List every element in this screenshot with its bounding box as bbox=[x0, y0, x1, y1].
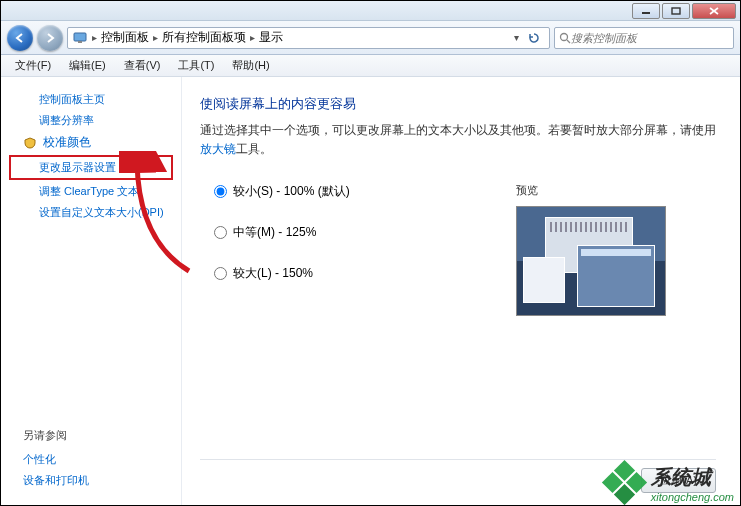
chevron-right-icon: ▸ bbox=[153, 32, 158, 43]
window-titlebar bbox=[1, 1, 740, 21]
sidebar-link-devices[interactable]: 设备和打印机 bbox=[23, 470, 159, 491]
sidebar: 控制面板主页 调整分辨率 校准颜色 更改显示器设置 调整 ClearType 文… bbox=[1, 77, 181, 505]
sidebar-link-resolution[interactable]: 调整分辨率 bbox=[1, 110, 181, 131]
size-options: 较小(S) - 100% (默认) 中等(M) - 125% 较大(L) - 1… bbox=[200, 183, 516, 306]
svg-rect-5 bbox=[78, 41, 82, 43]
breadcrumb[interactable]: 控制面板 bbox=[101, 29, 149, 46]
monitor-icon bbox=[72, 30, 88, 46]
watermark-brand: 系统城 bbox=[651, 464, 734, 491]
search-icon bbox=[559, 32, 571, 44]
chevron-right-icon: ▸ bbox=[92, 32, 97, 43]
svg-rect-1 bbox=[672, 8, 680, 14]
breadcrumb[interactable]: 所有控制面板项 bbox=[162, 29, 246, 46]
address-bar[interactable]: ▸ 控制面板 ▸ 所有控制面板项 ▸ 显示 ▾ bbox=[67, 27, 550, 49]
watermark: 系统城 xitongcheng.com bbox=[605, 463, 734, 503]
forward-button[interactable] bbox=[37, 25, 63, 51]
main-area: ? 控制面板主页 调整分辨率 校准颜色 更改显示器设置 调整 ClearType… bbox=[1, 77, 740, 505]
sidebar-link-change-display[interactable]: 更改显示器设置 bbox=[9, 155, 173, 180]
menu-help[interactable]: 帮助(H) bbox=[224, 56, 277, 75]
svg-rect-4 bbox=[74, 33, 86, 41]
svg-line-7 bbox=[567, 40, 570, 43]
breadcrumb[interactable]: 显示 bbox=[259, 29, 283, 46]
sidebar-link-home[interactable]: 控制面板主页 bbox=[1, 89, 181, 110]
page-heading: 使阅读屏幕上的内容更容易 bbox=[200, 95, 716, 113]
search-box[interactable] bbox=[554, 27, 734, 49]
navigation-bar: ▸ 控制面板 ▸ 所有控制面板项 ▸ 显示 ▾ bbox=[1, 21, 740, 55]
maximize-button[interactable] bbox=[662, 3, 690, 19]
page-description: 通过选择其中一个选项，可以更改屏幕上的文本大小以及其他项。若要暂时放大部分屏幕，… bbox=[200, 121, 716, 159]
radio-small[interactable] bbox=[214, 185, 227, 198]
shield-icon bbox=[23, 136, 37, 150]
close-button[interactable] bbox=[692, 3, 736, 19]
sidebar-footer: 另请参阅 个性化 设备和打印机 bbox=[1, 422, 181, 505]
magnifier-link[interactable]: 放大镜 bbox=[200, 142, 236, 156]
radio-large[interactable] bbox=[214, 267, 227, 280]
radio-medium-label[interactable]: 中等(M) - 125% bbox=[233, 224, 316, 241]
menu-view[interactable]: 查看(V) bbox=[116, 56, 169, 75]
sidebar-link-dpi[interactable]: 设置自定义文本大小(DPI) bbox=[1, 202, 181, 223]
watermark-logo-icon bbox=[605, 463, 645, 503]
sidebar-link-calibrate[interactable]: 校准颜色 bbox=[1, 131, 181, 154]
radio-medium[interactable] bbox=[214, 226, 227, 239]
content-panel: 使阅读屏幕上的内容更容易 通过选择其中一个选项，可以更改屏幕上的文本大小以及其他… bbox=[181, 77, 740, 505]
sidebar-link-cleartype[interactable]: 调整 ClearType 文本 bbox=[1, 181, 181, 202]
menu-file[interactable]: 文件(F) bbox=[7, 56, 59, 75]
search-input[interactable] bbox=[571, 32, 729, 44]
preview-label: 预览 bbox=[516, 183, 716, 198]
sidebar-link-personalize[interactable]: 个性化 bbox=[23, 449, 159, 470]
preview-section: 预览 bbox=[516, 183, 716, 316]
radio-small-label[interactable]: 较小(S) - 100% (默认) bbox=[233, 183, 350, 200]
menu-bar: 文件(F) 编辑(E) 查看(V) 工具(T) 帮助(H) bbox=[1, 55, 740, 77]
dropdown-icon[interactable]: ▾ bbox=[514, 32, 519, 43]
preview-image bbox=[516, 206, 666, 316]
back-button[interactable] bbox=[7, 25, 33, 51]
watermark-url: xitongcheng.com bbox=[651, 491, 734, 503]
radio-large-label[interactable]: 较大(L) - 150% bbox=[233, 265, 313, 282]
menu-edit[interactable]: 编辑(E) bbox=[61, 56, 114, 75]
window-buttons bbox=[630, 3, 736, 19]
chevron-right-icon: ▸ bbox=[250, 32, 255, 43]
menu-tools[interactable]: 工具(T) bbox=[170, 56, 222, 75]
sidebar-item-label: 校准颜色 bbox=[43, 134, 91, 151]
svg-point-6 bbox=[561, 33, 568, 40]
minimize-button[interactable] bbox=[632, 3, 660, 19]
refresh-button[interactable] bbox=[523, 32, 545, 44]
see-also-label: 另请参阅 bbox=[23, 428, 159, 443]
